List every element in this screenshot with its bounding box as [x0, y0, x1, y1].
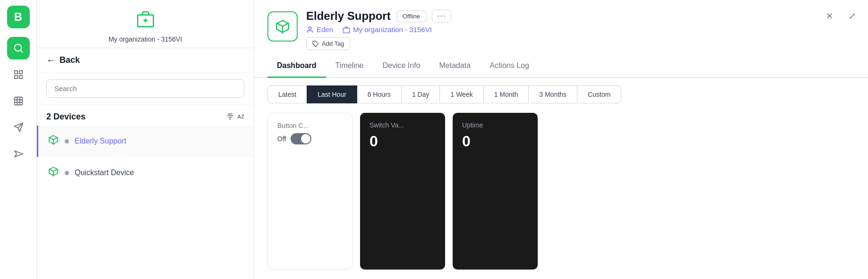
device-list: Elderly Support Quickstart Device — [37, 126, 254, 279]
devices-count: 2 Devices — [46, 112, 86, 122]
svg-point-23 — [309, 27, 311, 29]
list-item[interactable]: Quickstart Device — [37, 157, 254, 189]
device-header-icon — [267, 11, 298, 42]
device-cube-icon — [48, 166, 59, 180]
main-panel: Elderly Support Offline ··· Eden My orga… — [254, 0, 868, 279]
expand-button[interactable]: ⤢ — [843, 8, 860, 25]
toggle-row: Off — [277, 133, 343, 144]
svg-rect-5 — [19, 76, 22, 78]
toggle-switch[interactable] — [291, 133, 311, 144]
device-title: Elderly Support — [306, 9, 391, 23]
nav-bar: B — [0, 0, 37, 279]
status-badge: Offline — [396, 10, 426, 22]
search-section — [37, 73, 254, 105]
switch-value-label: Switch Va... — [370, 121, 436, 129]
uptime-card: Uptime 0 — [453, 113, 538, 270]
close-button[interactable]: ✕ — [821, 8, 838, 25]
uptime-value: 0 — [462, 133, 528, 150]
device-name: Quickstart Device — [75, 169, 134, 177]
org-section: My organization - 3156VI — [37, 0, 254, 48]
toggle-off-label: Off — [277, 135, 286, 143]
time-filter-custom[interactable]: Custom — [577, 85, 621, 103]
svg-rect-6 — [14, 97, 22, 105]
svg-rect-3 — [19, 71, 22, 74]
device-status-dot — [65, 139, 69, 144]
devices-header: 2 Devices AZ — [37, 105, 254, 126]
tab-metadata[interactable]: Metadata — [430, 55, 481, 78]
time-filter-3-months[interactable]: 3 Months — [528, 85, 577, 103]
tab-actions-log[interactable]: Actions Log — [480, 55, 539, 78]
tabs-row: Dashboard Timeline Device Info Metadata … — [254, 55, 868, 78]
device-status-dot — [65, 171, 69, 175]
nav-building-btn[interactable] — [7, 90, 30, 112]
device-header: Elderly Support Offline ··· Eden My orga… — [254, 0, 821, 55]
user-link[interactable]: Eden — [306, 25, 333, 34]
tab-timeline[interactable]: Timeline — [326, 55, 373, 78]
time-filter-1-month[interactable]: 1 Month — [483, 85, 529, 103]
more-options-button[interactable]: ··· — [432, 9, 451, 23]
nav-announce-btn[interactable] — [7, 143, 30, 165]
back-arrow-icon: ← — [46, 55, 56, 66]
logo: B — [7, 6, 30, 28]
toggle-thumb — [301, 134, 310, 144]
time-filter-1-week[interactable]: 1 Week — [439, 85, 483, 103]
button-c-card: Button C... Off — [267, 113, 352, 270]
sidebar: My organization - 3156VI ← Back 2 Device… — [37, 0, 254, 279]
nav-send-btn[interactable] — [7, 116, 30, 139]
time-filter-1-day[interactable]: 1 Day — [401, 85, 440, 103]
sort-icon[interactable]: AZ — [225, 111, 244, 122]
device-meta-row: Eden My organization - 3156VI — [306, 25, 808, 34]
switch-value: 0 — [370, 133, 436, 150]
time-filter-last-hour[interactable]: Last Hour — [307, 85, 357, 103]
org-name: My organization - 3156VI — [109, 35, 182, 43]
org-icon — [136, 9, 155, 33]
tab-dashboard[interactable]: Dashboard — [267, 55, 326, 78]
device-info-section: Elderly Support Offline ··· Eden My orga… — [306, 9, 808, 55]
window-controls: ✕ ⤢ — [821, 0, 868, 25]
uptime-label: Uptime — [462, 121, 528, 129]
time-filter-6-hours[interactable]: 6 Hours — [357, 85, 402, 103]
svg-line-1 — [20, 50, 22, 52]
search-input[interactable] — [46, 79, 244, 98]
svg-rect-4 — [14, 76, 17, 78]
tab-device-info[interactable]: Device Info — [373, 55, 430, 78]
time-filter-latest[interactable]: Latest — [267, 85, 307, 103]
add-tag-button[interactable]: Add Tag — [306, 37, 350, 50]
switch-value-card: Switch Va... 0 — [360, 113, 445, 270]
device-name: Elderly Support — [75, 137, 126, 145]
list-item[interactable]: Elderly Support — [37, 126, 254, 157]
time-filter-row: Latest Last Hour 6 Hours 1 Day 1 Week 1 … — [254, 78, 868, 103]
svg-rect-24 — [343, 28, 349, 33]
org-link[interactable]: My organization - 3156VI — [343, 25, 432, 34]
button-c-label: Button C... — [277, 122, 343, 129]
device-cube-icon — [48, 134, 59, 148]
svg-rect-2 — [14, 71, 17, 74]
nav-search-btn[interactable] — [7, 37, 30, 59]
device-title-row: Elderly Support Offline ··· — [306, 9, 808, 23]
nav-grid-btn[interactable] — [7, 63, 30, 86]
back-button[interactable]: ← Back — [37, 48, 254, 73]
cards-row: Button C... Off Switch Va... 0 Uptime 0 — [254, 103, 868, 279]
